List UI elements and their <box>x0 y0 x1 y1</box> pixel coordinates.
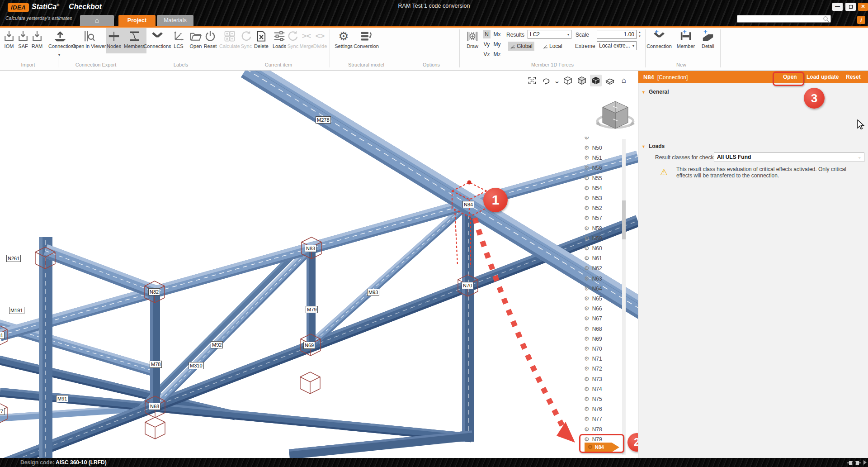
result-classes-combo[interactable]: All ULS Fund⌄ <box>714 152 864 162</box>
import-saf-button[interactable]: SAF <box>15 28 31 53</box>
connections-icon <box>151 29 164 43</box>
gear-icon: ⚙ <box>584 396 590 402</box>
import-iom-button[interactable]: IOM <box>1 28 17 53</box>
tab-materials[interactable]: Materials <box>157 15 193 26</box>
member-label-N70: N70 <box>462 282 473 289</box>
node-list-item-N73[interactable]: ⚙N73 <box>584 374 624 384</box>
dropdown-caret-icon: ▾ <box>567 30 569 39</box>
wireframe-view-button[interactable] <box>562 75 574 86</box>
node-list-item-partial[interactable]: ⚙ <box>584 137 624 143</box>
node-list-item-N65[interactable]: ⚙N65 <box>584 294 624 304</box>
node-list-item-N57[interactable]: ⚙N57 <box>584 213 624 223</box>
node-list-item-N51[interactable]: ⚙N51 <box>584 153 624 163</box>
sync-icon <box>240 29 253 43</box>
new-connection-button[interactable]: Connection <box>645 28 673 53</box>
spin-down-icon[interactable]: ▼ <box>638 34 641 38</box>
maximize-icon <box>849 5 853 9</box>
expand-status-icon[interactable] <box>863 460 867 465</box>
scale-input[interactable]: 1.00 <box>597 30 637 39</box>
force-mx-toggle[interactable]: Mx <box>493 30 501 38</box>
labels-nodes-toggle[interactable]: Nodes <box>106 28 122 53</box>
section-general[interactable]: ▼General <box>642 89 669 95</box>
node-list-item-N55[interactable]: ⚙N55 <box>584 173 624 183</box>
node-list-item-N74[interactable]: ⚙N74 <box>584 384 624 394</box>
node-list-item-N67[interactable]: ⚙N67 <box>584 314 624 324</box>
conversion-button[interactable]: Conversion <box>352 28 380 53</box>
home-view-button[interactable]: ⌂ <box>618 75 630 86</box>
load-update-button[interactable]: Load update <box>807 74 839 80</box>
node-list-item-N61[interactable]: ⚙N61 <box>584 253 624 263</box>
info-button[interactable]: i <box>857 16 865 24</box>
clipping-button[interactable] <box>604 75 616 86</box>
node-list-item-N64[interactable]: ⚙N64 <box>584 284 624 294</box>
viewport-3d[interactable]: ⌄ ⌂ M278N84N83N82M191N261M78M310M92M91N6… <box>0 71 638 458</box>
node-list-item-N59[interactable]: ⚙N59 <box>584 234 624 243</box>
reset-button[interactable]: Reset <box>846 74 861 80</box>
node-list-item-N77[interactable]: ⚙N77 <box>584 414 624 424</box>
force-my-toggle[interactable]: My <box>493 40 501 48</box>
zoom-fit-button[interactable] <box>526 75 538 86</box>
force-vy-toggle[interactable]: Vy <box>483 40 491 48</box>
force-mz-toggle[interactable]: Mz <box>493 50 501 58</box>
item-reset-button[interactable]: Reset <box>202 28 219 53</box>
import-icon <box>2 29 16 43</box>
gear-icon: ⚙ <box>584 225 590 232</box>
node-list-item-N71[interactable]: ⚙N71 <box>584 354 624 364</box>
node-list-item-N66[interactable]: ⚙N66 <box>584 304 624 314</box>
global-toggle[interactable]: Global <box>508 42 534 51</box>
node-list-item-N78[interactable]: ⚙N78 <box>584 424 624 434</box>
results-combo[interactable]: LC2▾ <box>528 30 571 39</box>
import-ram-button[interactable]: RAM <box>29 28 45 53</box>
dropdown-caret-icon[interactable]: ▾ <box>58 53 60 57</box>
node-list-item-N53[interactable]: ⚙N53 <box>584 193 624 203</box>
results-label: Results <box>506 32 524 38</box>
rotate-options-caret[interactable]: ⌄ <box>554 75 560 86</box>
gear-icon: ⚙ <box>584 265 590 272</box>
divide-icon: <> <box>313 29 327 43</box>
loads-sliders-icon <box>273 29 286 43</box>
export-connections-icon <box>53 29 67 43</box>
node-list-item-N70[interactable]: ⚙N70 <box>584 344 624 354</box>
section-loads[interactable]: ▼Loads <box>642 143 665 149</box>
shaded-view-button[interactable] <box>576 75 588 86</box>
node-list-item-N50[interactable]: ⚙N50 <box>584 143 624 153</box>
spin-up-icon[interactable]: ▲ <box>638 30 641 34</box>
gear-icon: ⚙ <box>584 315 590 322</box>
close-button[interactable]: ✕ <box>858 3 868 11</box>
node-list-item-N72[interactable]: ⚙N72 <box>584 364 624 374</box>
node-list-item-N58[interactable]: ⚙N58 <box>584 224 624 234</box>
node-list-item-N60[interactable]: ⚙N60 <box>584 243 624 253</box>
design-code-label: Design code: <box>20 458 54 467</box>
node-list-item-N69[interactable]: ⚙N69 <box>584 334 624 344</box>
forces-draw-button[interactable]: Draw <box>463 28 481 53</box>
node-list-item-N62[interactable]: ⚙N62 <box>584 263 624 273</box>
labels-lcs-toggle[interactable]: LCS <box>170 28 187 53</box>
minimize-button[interactable]: — <box>832 3 843 11</box>
node-list-item-N52[interactable]: ⚙N52 <box>584 203 624 213</box>
node-list-item-N75[interactable]: ⚙N75 <box>584 394 624 404</box>
node-list-item-N56[interactable]: ⚙N56 <box>584 163 624 173</box>
settings-button[interactable]: ⚙Settings <box>332 28 355 53</box>
search-input[interactable] <box>737 15 831 23</box>
node-list-item-N76[interactable]: ⚙N76 <box>584 404 624 414</box>
rotate-view-button[interactable] <box>540 75 552 86</box>
node-list-item-N68[interactable]: ⚙N68 <box>584 324 624 334</box>
node-list-item-N54[interactable]: ⚙N54 <box>584 183 624 193</box>
item-delete-button[interactable]: Delete <box>252 28 271 53</box>
tab-project[interactable]: Project <box>118 15 156 26</box>
open-in-viewer-button[interactable]: Open in Viewer <box>68 28 110 53</box>
maximize-button[interactable] <box>845 3 856 11</box>
member-label-N69: N69 <box>303 342 315 349</box>
extreme-combo[interactable]: Local extre...▾ <box>597 41 637 50</box>
new-detail-button[interactable]: Detail <box>699 28 717 53</box>
gear-icon: ⚙ <box>584 255 590 262</box>
local-toggle[interactable]: Local <box>541 42 564 51</box>
tab-home[interactable]: ⌂ <box>80 15 114 26</box>
force-vz-toggle[interactable]: Vz <box>483 50 491 58</box>
solid-view-button[interactable] <box>590 75 602 86</box>
viewer-icon <box>82 29 96 43</box>
node-list-item-N63[interactable]: ⚙N63 <box>584 274 624 284</box>
force-n-toggle[interactable]: N <box>483 30 491 38</box>
gear-icon: ⚙ <box>584 154 590 161</box>
labels-connections-toggle[interactable]: Connections <box>142 28 172 53</box>
